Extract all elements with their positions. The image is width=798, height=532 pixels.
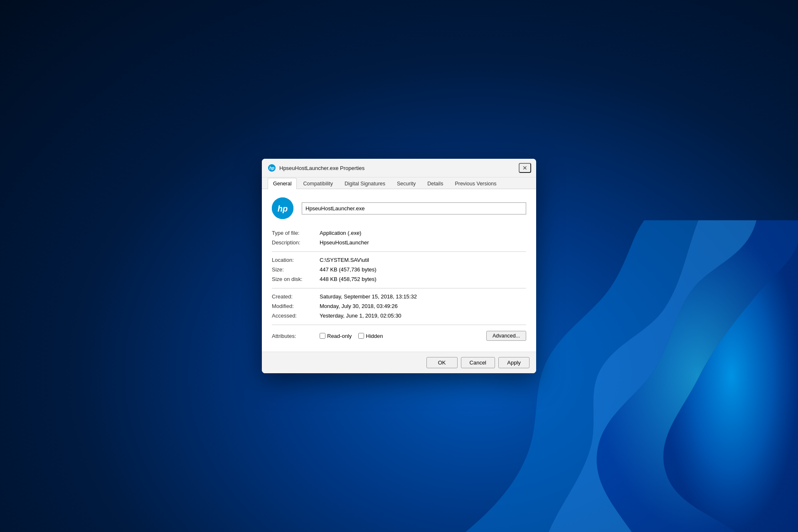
divider-2: [272, 288, 526, 288]
svg-text:hp: hp: [278, 204, 288, 213]
location-label: Location:: [272, 257, 320, 263]
attributes-row: Attributes: Read-only Hidden Advanced...: [272, 328, 526, 343]
dialog-footer: OK Cancel Apply: [262, 352, 536, 373]
hidden-checkbox[interactable]: [358, 333, 364, 339]
tab-general[interactable]: General: [268, 178, 297, 189]
description-label: Description:: [272, 239, 320, 246]
properties-dialog: hp HpseuHostLauncher.exe Properties ✕ Ge…: [262, 159, 536, 373]
apply-button[interactable]: Apply: [498, 357, 530, 368]
file-header: hp: [272, 197, 526, 219]
attributes-controls: Read-only Hidden Advanced...: [320, 331, 526, 341]
dialog-content: hp Type of file: Application (.exe) Desc…: [262, 189, 536, 352]
tab-previous-versions[interactable]: Previous Versions: [449, 178, 502, 189]
modified-label: Modified:: [272, 303, 320, 309]
tab-details[interactable]: Details: [422, 178, 448, 189]
readonly-checkbox-label[interactable]: Read-only: [320, 333, 352, 339]
created-row: Created: Saturday, September 15, 2018, 1…: [272, 292, 526, 301]
size-section: Location: C:\SYSTEM.SAV\util Size: 447 K…: [272, 255, 526, 284]
divider-1: [272, 251, 526, 252]
tabs-bar: General Compatibility Digital Signatures…: [262, 177, 536, 189]
description-row: Description: HpseuHostLauncher: [272, 238, 526, 247]
location-row: Location: C:\SYSTEM.SAV\util: [272, 255, 526, 265]
description-value: HpseuHostLauncher: [320, 239, 369, 246]
created-value: Saturday, September 15, 2018, 13:15:32: [320, 293, 417, 300]
divider-3: [272, 325, 526, 325]
tab-compatibility[interactable]: Compatibility: [298, 178, 338, 189]
size-on-disk-value: 448 KB (458,752 bytes): [320, 276, 377, 282]
accessed-value: Yesterday, June 1, 2019, 02:05:30: [320, 313, 401, 319]
size-value: 447 KB (457,736 bytes): [320, 266, 377, 273]
svg-text:hp: hp: [269, 166, 274, 170]
size-label: Size:: [272, 266, 320, 273]
attributes-label: Attributes:: [272, 333, 320, 339]
dates-section: Created: Saturday, September 15, 2018, 1…: [272, 292, 526, 320]
created-label: Created:: [272, 293, 320, 300]
modified-value: Monday, July 30, 2018, 03:49:26: [320, 303, 398, 309]
modified-row: Modified: Monday, July 30, 2018, 03:49:2…: [272, 301, 526, 311]
ok-button[interactable]: OK: [426, 357, 458, 368]
type-desc-section: Type of file: Application (.exe) Descrip…: [272, 228, 526, 247]
accessed-row: Accessed: Yesterday, June 1, 2019, 02:05…: [272, 311, 526, 320]
size-row: Size: 447 KB (457,736 bytes): [272, 265, 526, 274]
tab-digital-signatures[interactable]: Digital Signatures: [339, 178, 391, 189]
size-on-disk-row: Size on disk: 448 KB (458,752 bytes): [272, 274, 526, 284]
hp-logo: hp: [272, 197, 293, 219]
readonly-checkbox[interactable]: [320, 333, 325, 339]
filename-input[interactable]: [302, 202, 526, 214]
dialog-title: HpseuHostLauncher.exe Properties: [279, 165, 519, 171]
type-value: Application (.exe): [320, 230, 361, 236]
location-value: C:\SYSTEM.SAV\util: [320, 257, 369, 263]
cancel-button[interactable]: Cancel: [461, 357, 495, 368]
advanced-button[interactable]: Advanced...: [486, 331, 526, 341]
close-button[interactable]: ✕: [519, 163, 531, 173]
type-row: Type of file: Application (.exe): [272, 228, 526, 238]
accessed-label: Accessed:: [272, 313, 320, 319]
hp-title-icon: hp: [268, 164, 276, 172]
hidden-label: Hidden: [366, 333, 383, 339]
hidden-checkbox-label[interactable]: Hidden: [358, 333, 383, 339]
tab-security[interactable]: Security: [392, 178, 421, 189]
readonly-label: Read-only: [327, 333, 352, 339]
type-label: Type of file:: [272, 230, 320, 236]
size-on-disk-label: Size on disk:: [272, 276, 320, 282]
title-bar: hp HpseuHostLauncher.exe Properties ✕: [262, 159, 536, 177]
